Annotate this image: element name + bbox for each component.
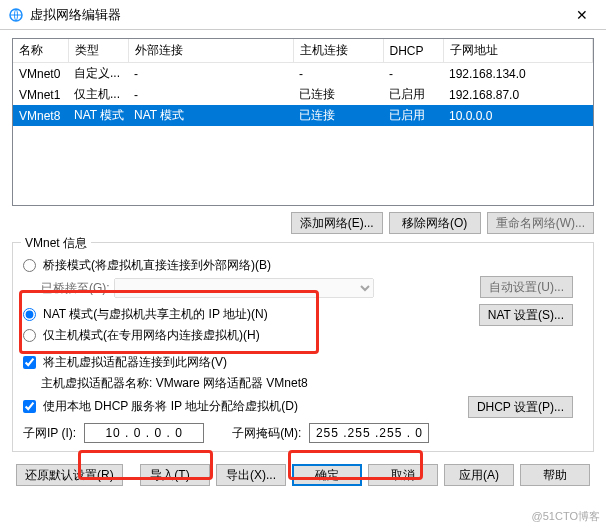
network-table[interactable]: 名称 类型 外部连接 主机连接 DHCP 子网地址 VMnet0自定义...--… bbox=[12, 38, 594, 206]
vmnet-info-group: VMnet 信息 桥接模式(将虚拟机直接连接到外部网络)(B) 已桥接至(G):… bbox=[12, 242, 594, 452]
nat-settings-button[interactable]: NAT 设置(S)... bbox=[479, 304, 573, 326]
apply-button[interactable]: 应用(A) bbox=[444, 464, 514, 486]
nat-label: NAT 模式(与虚拟机共享主机的 IP 地址)(N) bbox=[43, 306, 268, 323]
subnet-mask-input[interactable] bbox=[309, 423, 429, 443]
dhcp-checkbox[interactable] bbox=[23, 400, 36, 413]
host-adapter-label: 将主机虚拟适配器连接到此网络(V) bbox=[43, 354, 227, 371]
help-button[interactable]: 帮助 bbox=[520, 464, 590, 486]
bridge-to-label: 已桥接至(G): bbox=[41, 280, 110, 297]
col-subnet[interactable]: 子网地址 bbox=[443, 39, 593, 63]
title-bar: 虚拟网络编辑器 ✕ bbox=[0, 0, 606, 30]
ok-button[interactable]: 确定 bbox=[292, 464, 362, 486]
close-icon[interactable]: ✕ bbox=[566, 7, 598, 23]
host-adapter-checkbox[interactable] bbox=[23, 356, 36, 369]
app-icon bbox=[8, 7, 24, 23]
table-row[interactable]: VMnet1仅主机...-已连接已启用192.168.87.0 bbox=[13, 84, 593, 105]
window-title: 虚拟网络编辑器 bbox=[30, 6, 566, 24]
watermark: @51CTO博客 bbox=[532, 509, 600, 524]
adapter-name-value: VMware 网络适配器 VMnet8 bbox=[156, 376, 308, 390]
hostonly-label: 仅主机模式(在专用网络内连接虚拟机)(H) bbox=[43, 327, 260, 344]
bridge-to-select bbox=[114, 278, 374, 298]
subnet-ip-input[interactable] bbox=[84, 423, 204, 443]
subnet-ip-label: 子网IP (I): bbox=[23, 425, 76, 442]
bridge-radio[interactable] bbox=[23, 259, 36, 272]
group-title: VMnet 信息 bbox=[21, 235, 91, 252]
auto-settings-button: 自动设置(U)... bbox=[480, 276, 573, 298]
export-button[interactable]: 导出(X)... bbox=[216, 464, 286, 486]
rename-network-button: 重命名网络(W)... bbox=[487, 212, 594, 234]
subnet-mask-label: 子网掩码(M): bbox=[232, 425, 301, 442]
dhcp-settings-button[interactable]: DHCP 设置(P)... bbox=[468, 396, 573, 418]
table-row[interactable]: VMnet0自定义...---192.168.134.0 bbox=[13, 63, 593, 85]
col-host[interactable]: 主机连接 bbox=[293, 39, 383, 63]
bridge-label: 桥接模式(将虚拟机直接连接到外部网络)(B) bbox=[43, 257, 271, 274]
col-dhcp[interactable]: DHCP bbox=[383, 39, 443, 63]
dhcp-label: 使用本地 DHCP 服务将 IP 地址分配给虚拟机(D) bbox=[43, 398, 298, 415]
cancel-button[interactable]: 取消 bbox=[368, 464, 438, 486]
col-type[interactable]: 类型 bbox=[68, 39, 128, 63]
table-row-selected[interactable]: VMnet8NAT 模式NAT 模式已连接已启用10.0.0.0 bbox=[13, 105, 593, 126]
col-ext[interactable]: 外部连接 bbox=[128, 39, 293, 63]
restore-defaults-button[interactable]: 还原默认设置(R) bbox=[16, 464, 123, 486]
import-button[interactable]: 导入(T)... bbox=[140, 464, 210, 486]
hostonly-radio[interactable] bbox=[23, 329, 36, 342]
nat-radio[interactable] bbox=[23, 308, 36, 321]
adapter-name-label: 主机虚拟适配器名称: bbox=[41, 376, 152, 390]
remove-network-button[interactable]: 移除网络(O) bbox=[389, 212, 481, 234]
col-name[interactable]: 名称 bbox=[13, 39, 68, 63]
add-network-button[interactable]: 添加网络(E)... bbox=[291, 212, 383, 234]
